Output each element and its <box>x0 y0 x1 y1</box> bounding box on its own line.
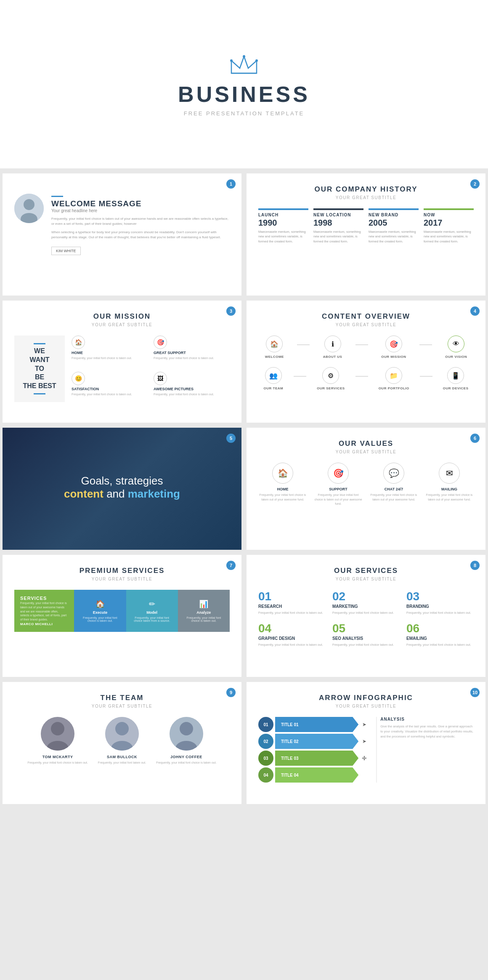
value-icon-support: 🎯 <box>328 463 349 484</box>
team-text-2: Frequently, your initial font taken out. <box>98 761 146 765</box>
value-icon-mailing: ✉ <box>439 463 460 484</box>
mission-item-4-title: AWESOME PICTURES <box>154 387 230 391</box>
slide-premium-services: 7 PREMIUM SERVICES YOUR GREAT SUBTITLE S… <box>3 555 241 677</box>
service-graphic: 04 Graphic Design Frequently, your initi… <box>258 622 326 647</box>
history-grid: LAUNCH 1990 Maecenasele mentum, somethin… <box>258 208 474 244</box>
history-bar-2 <box>313 208 363 210</box>
execute-title: Execute <box>93 610 108 615</box>
values-grid: 🏠 HOME Frequently, your initial font cho… <box>258 463 474 506</box>
avatar-sam <box>105 717 139 751</box>
team-member-3: JOHNY COFFEE Frequently, your initial fo… <box>156 717 216 765</box>
dark-text-blue: marketing <box>128 487 180 500</box>
analyze-icon: 📊 <box>199 599 208 609</box>
service-num-1: 01 <box>258 590 326 603</box>
service-title-2: Marketing <box>332 604 400 609</box>
team-member-2: SAM BULLOCK Frequently, your initial fon… <box>98 717 146 765</box>
svg-point-8 <box>51 722 64 735</box>
mission-subtitle: YOUR GREAT SUBTITLE <box>14 322 230 327</box>
values-title: OUR VALUES <box>258 439 474 448</box>
execute-icon: 🏠 <box>95 599 105 609</box>
arrow-title-4: TITLE 04 <box>281 773 299 778</box>
arrow-body-1: TITLE 01 <box>275 717 358 732</box>
team-member-1: TOM MCKARTY Frequently, your initial fon… <box>27 717 88 765</box>
overview-item-devices: 📱 OUR DEVICES <box>443 367 469 390</box>
overview-subtitle: YOUR GREAT SUBTITLE <box>258 322 474 327</box>
main-title: BUSINESS <box>178 82 310 107</box>
history-text-2: Maecenasele mentum, something new and so… <box>313 229 363 244</box>
history-label-4: NOW <box>424 213 474 217</box>
team-grid: TOM MCKARTY Frequently, your initial fon… <box>14 717 230 765</box>
main-subtitle: FREE PRESENTATION TEMPLATE <box>184 110 305 117</box>
slide-welcome: 1 WELCOME MESSAGE Your great headline he… <box>3 173 241 296</box>
team-subtitle: YOUR GREAT SUBTITLE <box>14 704 230 708</box>
mission-blue-line-bottom <box>34 393 45 394</box>
team-text-3: Frequently, your initial font choice is … <box>156 761 216 765</box>
connector-3 <box>419 344 432 345</box>
history-year-3: 2005 <box>369 218 419 228</box>
history-title: OUR COMPANY HISTORY <box>258 185 474 194</box>
service-seo: 05 SEO Analysis Frequently, your initial… <box>332 622 400 647</box>
arrow-spacer <box>358 767 370 783</box>
overview-label-mission: OUR MISSION <box>381 355 406 359</box>
service-num-4: 04 <box>258 622 326 635</box>
svg-point-5 <box>24 199 34 210</box>
overview-icon-services: ⚙ <box>322 367 339 384</box>
mission-item-4-text: Frequently, your initial font choice is … <box>154 392 230 397</box>
overview-icon-team: 👥 <box>265 367 282 384</box>
slide-arrow-infographic: 10 ARROW INFOGRAPHIC YOUR GREAT SUBTITLE… <box>247 682 485 804</box>
overview-icon-portfolio: 📁 <box>385 367 402 384</box>
mission-title: OUR MISSION <box>14 312 230 321</box>
service-title-6: Emailing <box>406 636 474 641</box>
service-research: 01 Research Frequently, your initial fon… <box>258 590 326 615</box>
team-name-3: JOHNY COFFEE <box>170 755 202 759</box>
mission-item-2-title: GREAT SUPPORT <box>154 351 230 355</box>
arrow-row-2: 02 TITLE 02 ➤ <box>258 734 370 749</box>
dark-slide-text: Goals, strategies content and marketing <box>64 474 180 501</box>
value-title-mailing: MAILING <box>441 487 457 491</box>
arrow-title: ARROW INFOGRAPHIC <box>258 694 474 702</box>
our-services-subtitle: YOUR GREAT SUBTITLE <box>258 577 474 581</box>
welcome-content: WELCOME MESSAGE Your great headline here… <box>14 194 230 255</box>
overview-label-vision: OUR VISION <box>445 355 467 359</box>
welcome-text: WELCOME MESSAGE Your great headline here… <box>51 194 230 255</box>
slide-values: 6 OUR VALUES YOUR GREAT SUBTITLE 🏠 HOME … <box>247 428 485 550</box>
overview-item-services: ⚙ OUR SERVICES <box>317 367 345 390</box>
analyze-text: Frequently, your initial font choice is … <box>184 616 224 622</box>
arrow-rows-container: 01 TITLE 01 ➤ 02 TITLE 02 ➤ <box>258 717 370 783</box>
dark-text-yellow: content <box>64 487 103 500</box>
mission-item-1: 🏠 HOME Frequently, your initial font cho… <box>72 336 148 366</box>
svg-point-3 <box>255 59 258 62</box>
welcome-body2: When selecting a typeface for body text … <box>51 230 230 240</box>
mission-item-1-text: Frequently, your initial font choice is … <box>72 356 148 360</box>
arrow-title-2: TITLE 02 <box>281 739 299 744</box>
overview-icon-vision: 👁 <box>448 336 464 352</box>
service-title-1: Research <box>258 604 326 609</box>
overview-item-portfolio: 📁 OUR PORTFOLIO <box>379 367 409 390</box>
mission-item-3: 😊 SATISFACTION Frequently, your initial … <box>72 372 148 402</box>
analysis-section: ANALYSIS Give the analysis of the last y… <box>376 717 474 783</box>
value-title-home: HOME <box>277 487 289 491</box>
mission-item-1-title: HOME <box>72 351 148 355</box>
analysis-text: Give the analysis of the last year resul… <box>380 724 474 739</box>
history-year-2: 1998 <box>313 218 363 228</box>
connector-1 <box>297 344 310 345</box>
mission-item-3-title: SATISFACTION <box>72 387 148 391</box>
mission-layout: WEWANTTOBETHE BEST 🏠 HOME Frequently, yo… <box>14 336 230 402</box>
crown-icon <box>227 52 261 77</box>
service-num-5: 05 <box>332 622 400 635</box>
arrow-row-1: 01 TITLE 01 ➤ <box>258 717 370 732</box>
service-num-2: 02 <box>332 590 400 603</box>
connector-5 <box>355 376 368 377</box>
history-label-3: NEW BRAND <box>369 213 419 217</box>
slide-number-6: 6 <box>470 434 480 443</box>
execute-text: Frequently, your initial font choice is … <box>80 616 120 622</box>
model-icon: ✏ <box>149 599 155 609</box>
team-text-1: Frequently, your initial font choice is … <box>27 761 88 765</box>
satisfaction-icon: 😊 <box>72 372 85 385</box>
value-text-mailing: Frequently, your initial font choice is … <box>425 493 474 502</box>
analyze-title: Analyze <box>196 610 211 615</box>
mission-item-2-text: Frequently, your initial font choice is … <box>154 356 230 360</box>
services-green-body: Frequently, your initial font choice is … <box>20 601 68 622</box>
overview-label-devices: OUR DEVICES <box>443 386 469 390</box>
slide-history: 2 OUR COMPANY HISTORY YOUR GREAT SUBTITL… <box>247 173 485 296</box>
